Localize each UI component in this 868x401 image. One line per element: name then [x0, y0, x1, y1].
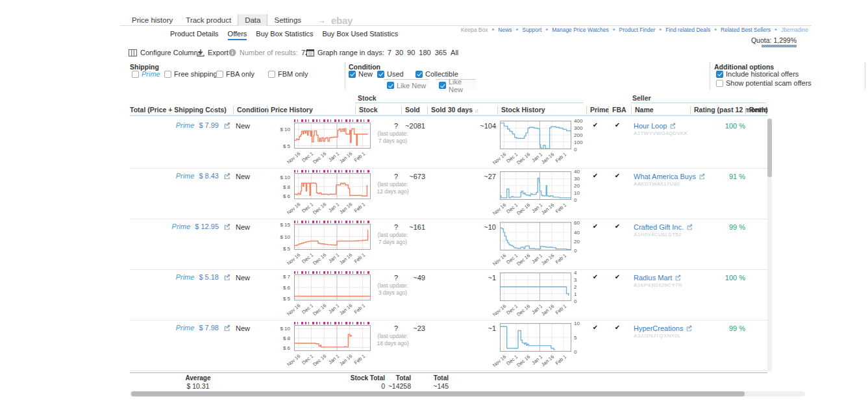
link-manage-price-watches[interactable]: Manage Price Watches	[552, 27, 609, 33]
used-checkbox[interactable]	[377, 71, 384, 78]
header-sold-30-days[interactable]: Sold 30 days ↓↑	[427, 106, 478, 115]
stock-value: ?	[356, 173, 398, 180]
link-find-related-deals[interactable]: Find related Deals	[665, 27, 710, 33]
seller-name-cell: What America Buys	[634, 173, 705, 180]
filter-collectible[interactable]: Collectible	[415, 70, 458, 78]
range-30[interactable]: 30	[395, 49, 403, 56]
total-cell: Prime $ 7.99	[140, 121, 230, 129]
fbm-only-checkbox[interactable]	[268, 71, 275, 78]
header-name[interactable]: Name	[631, 106, 654, 114]
sold-value: ~2081	[396, 122, 425, 130]
used-like-new-checkbox[interactable]	[387, 82, 394, 89]
range-7[interactable]: 7	[388, 49, 391, 56]
fba-checkmark-icon: ✔	[610, 324, 625, 331]
header-prime[interactable]: Prime	[586, 106, 609, 114]
subtab-offers[interactable]: Offers	[228, 30, 247, 40]
header-total[interactable]: Total (Price + Shipping Costs)	[130, 106, 227, 114]
header-price-history[interactable]: Price History	[267, 106, 313, 114]
header-condition[interactable]: Condition	[233, 106, 269, 114]
filter-collectible-like-new[interactable]: Like New	[436, 79, 476, 91]
horizontal-scrollbar-thumb[interactable]	[131, 391, 745, 396]
scam-offers-checkbox[interactable]	[716, 80, 723, 87]
external-link-icon[interactable]	[223, 122, 230, 129]
include-historical-label: Include historical offers	[726, 70, 799, 78]
link-support[interactable]: Support	[522, 27, 541, 33]
header-stock[interactable]: Stock	[355, 106, 378, 114]
link-keepa-box[interactable]: Keepa Box	[461, 27, 488, 33]
range-365[interactable]: 365	[435, 49, 447, 56]
y-axis-label: $ 6	[265, 285, 290, 291]
subtab-buy-box-used-statistics[interactable]: Buy Box Used Statistics	[322, 30, 398, 40]
stock-last-update: (last update: 7 days ago)	[359, 130, 427, 145]
link-product-finder[interactable]: Product Finder	[619, 27, 656, 33]
seller-link[interactable]: Radius Mart	[634, 274, 672, 282]
filter-fbm-only[interactable]: FBM only	[268, 70, 308, 78]
external-link-icon[interactable]	[223, 324, 230, 332]
include-historical-checkbox[interactable]	[716, 71, 723, 78]
link-news[interactable]: News	[498, 27, 512, 33]
tab-data[interactable]: Data	[238, 14, 267, 26]
seller-link[interactable]: HyperCreations	[634, 324, 683, 332]
diamond-separator-icon: ✦	[713, 27, 717, 32]
filter-used[interactable]: Used	[377, 70, 404, 78]
filter-new[interactable]: New	[349, 70, 373, 78]
collectible-like-new-checkbox[interactable]	[439, 82, 446, 89]
external-link-icon[interactable]	[223, 274, 230, 281]
ebay-logo[interactable]: ebay	[331, 15, 353, 26]
filter-used-like-new[interactable]: Like New	[384, 79, 429, 91]
y-axis-label: 400	[574, 118, 582, 124]
link-username[interactable]: Jbernadine	[781, 27, 808, 33]
subtab-buy-box-statistics[interactable]: Buy Box Statistics	[256, 30, 313, 40]
sort-icon[interactable]: ↓↑	[475, 108, 478, 113]
external-link-icon[interactable]	[223, 173, 230, 180]
tab-track-product[interactable]: Track product	[179, 14, 238, 26]
free-shipping-checkbox[interactable]	[164, 71, 171, 78]
header-fba[interactable]: FBA	[608, 106, 626, 114]
vertical-scrollbar-thumb[interactable]	[767, 119, 772, 177]
header-stock-history[interactable]: Stock History	[497, 106, 545, 114]
tab-settings[interactable]: Settings	[267, 14, 308, 26]
external-link-icon[interactable]	[686, 224, 693, 230]
y-axis-label: $ 10	[265, 175, 290, 180]
external-link-icon[interactable]	[669, 123, 676, 129]
filter-scam-offers[interactable]: Show potential scam offers	[716, 79, 812, 87]
graph-range-label: Graph range in days:	[317, 49, 384, 56]
group-stock: Stock	[358, 94, 377, 102]
seller-name-cell: Crafted Gift Inc.	[634, 223, 693, 231]
tab-price-history[interactable]: Price history	[125, 14, 179, 26]
link-related-best-sellers[interactable]: Related Best Sellers	[721, 27, 771, 33]
new-checkbox[interactable]	[349, 71, 356, 78]
external-link-icon[interactable]	[675, 274, 681, 281]
prime-checkbox[interactable]	[132, 71, 139, 78]
header-review-count[interactable]: Review Count	[745, 106, 767, 114]
free-shipping-label: Free shipping	[174, 70, 217, 78]
range-90[interactable]: 90	[407, 49, 415, 56]
export-button[interactable]: Export	[197, 49, 229, 56]
filter-prime[interactable]: Prime	[132, 70, 160, 78]
diamond-separator-icon: ✦	[491, 27, 495, 32]
y-axis-label: $ 6	[265, 193, 290, 199]
y-axis-label: 10	[574, 321, 580, 326]
external-link-icon[interactable]	[699, 173, 705, 180]
external-link-icon[interactable]	[686, 325, 692, 332]
configure-columns-button[interactable]: Configure Columns	[129, 49, 201, 56]
seller-link[interactable]: Crafted Gift Inc.	[634, 223, 684, 231]
sold-30-days-value: ~1	[463, 324, 496, 332]
subtab-product-details[interactable]: Product Details	[170, 30, 219, 40]
filter-free-shipping[interactable]: Free shipping	[164, 70, 217, 78]
range-180[interactable]: 180	[419, 49, 430, 56]
filter-fba-only[interactable]: FBA only	[216, 70, 254, 78]
seller-link[interactable]: What America Buys	[634, 173, 696, 180]
header-sold[interactable]: Sold	[401, 106, 420, 114]
collectible-checkbox[interactable]	[415, 71, 423, 78]
stock-last-update: (last update: 7 days ago)	[359, 232, 427, 246]
external-link-icon[interactable]	[223, 223, 230, 230]
filter-include-historical[interactable]: Include historical offers	[716, 70, 799, 78]
condition-value: New	[236, 173, 250, 180]
last-update-line1: (last update:	[359, 333, 427, 340]
sold-30-days-value: ~104	[463, 122, 496, 130]
range-all[interactable]: All	[451, 49, 458, 56]
seller-link[interactable]: Hour Loop	[634, 122, 667, 130]
fba-only-checkbox[interactable]	[216, 71, 223, 78]
y-axis-label: 0	[574, 147, 577, 152]
